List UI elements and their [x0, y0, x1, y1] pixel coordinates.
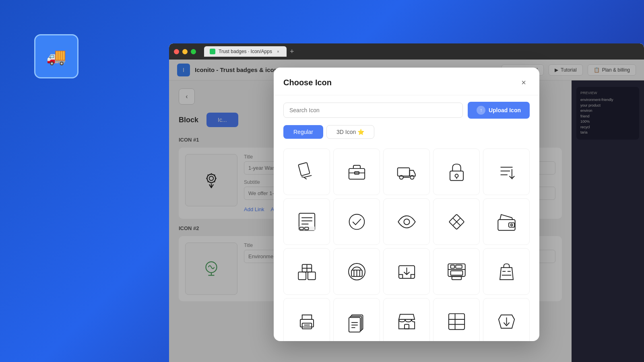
- regular-tab[interactable]: Regular: [283, 125, 323, 139]
- svg-point-37: [404, 219, 409, 224]
- svg-rect-44: [298, 272, 306, 280]
- search-icon-input[interactable]: [283, 103, 463, 118]
- icon-boxes-stack[interactable]: [283, 248, 330, 295]
- svg-rect-45: [308, 272, 315, 280]
- choose-icon-modal: Choose Icon × ↑ Upload Icon: [274, 68, 539, 341]
- icon-diamond-tag[interactable]: [433, 198, 480, 245]
- svg-rect-59: [456, 265, 462, 268]
- svg-rect-76: [405, 324, 409, 329]
- style-tabs: Regular 3D Icon ⭐: [274, 125, 539, 145]
- tab-close-button[interactable]: ×: [275, 49, 281, 54]
- icon-delivery-truck[interactable]: [383, 148, 430, 195]
- icon-storefront[interactable]: [383, 298, 430, 341]
- modal-overlay[interactable]: Choose Icon × ↑ Upload Icon: [169, 60, 644, 362]
- svg-point-36: [349, 214, 364, 229]
- svg-point-43: [510, 224, 512, 226]
- tab-bar: Trust badges · Icon/Apps × +: [204, 46, 295, 58]
- icon-shopping-bag-tag[interactable]: [483, 248, 530, 295]
- svg-point-24: [455, 174, 458, 177]
- modal-header: Choose Icon ×: [274, 68, 539, 95]
- icon-document-list[interactable]: [283, 198, 330, 245]
- svg-rect-60: [450, 271, 462, 275]
- icon-eye[interactable]: [383, 198, 430, 245]
- icon-printer[interactable]: [283, 298, 330, 341]
- modal-close-button[interactable]: ×: [518, 76, 530, 88]
- icon-grid: [274, 145, 539, 341]
- browser-titlebar: Trust badges · Icon/Apps × +: [169, 43, 644, 60]
- 3d-icon-tab[interactable]: 3D Icon ⭐: [326, 125, 374, 139]
- background-app-icon: 🚚: [34, 34, 78, 78]
- svg-rect-58: [450, 265, 454, 268]
- icon-document-stack[interactable]: [333, 298, 380, 341]
- svg-rect-42: [509, 222, 514, 227]
- icon-sort-list[interactable]: [483, 148, 530, 195]
- modal-title: Choose Icon: [283, 78, 332, 87]
- browser-window: Trust badges · Icon/Apps × + I Iconito -…: [169, 43, 644, 362]
- icon-inbox-down[interactable]: [383, 248, 430, 295]
- icon-list-table[interactable]: [433, 298, 480, 341]
- modal-search-row: ↑ Upload Icon: [274, 95, 539, 125]
- tab-favicon: [210, 49, 215, 54]
- icon-download-arrow[interactable]: [483, 298, 530, 341]
- active-tab[interactable]: Trust badges · Icon/Apps ×: [204, 46, 287, 57]
- svg-rect-67: [302, 323, 312, 329]
- tab-label: Trust badges · Icon/Apps: [219, 49, 272, 54]
- icon-basket-circle[interactable]: [333, 248, 380, 295]
- app-content: I Iconito - Trust badges & icons ⊞ Dashb…: [169, 60, 644, 362]
- traffic-light-red[interactable]: [174, 49, 179, 54]
- svg-rect-61: [452, 276, 461, 280]
- search-wrapper: [283, 103, 463, 118]
- icon-briefcase[interactable]: [333, 148, 380, 195]
- upload-circle-icon: ↑: [477, 106, 485, 115]
- svg-rect-77: [448, 313, 464, 329]
- svg-rect-19: [397, 168, 409, 176]
- upload-icon-button[interactable]: ↑ Upload Icon: [468, 102, 530, 119]
- icon-store-display[interactable]: [433, 248, 480, 295]
- traffic-light-yellow[interactable]: [182, 49, 188, 54]
- svg-rect-23: [450, 171, 463, 181]
- icon-wallet[interactable]: [483, 198, 530, 245]
- new-tab-button[interactable]: +: [288, 46, 296, 58]
- icon-padlock[interactable]: [433, 148, 480, 195]
- svg-rect-14: [298, 162, 310, 175]
- icon-cart-hand[interactable]: [283, 148, 330, 195]
- traffic-light-green[interactable]: [191, 49, 196, 54]
- icon-checkmark-circle[interactable]: [333, 198, 380, 245]
